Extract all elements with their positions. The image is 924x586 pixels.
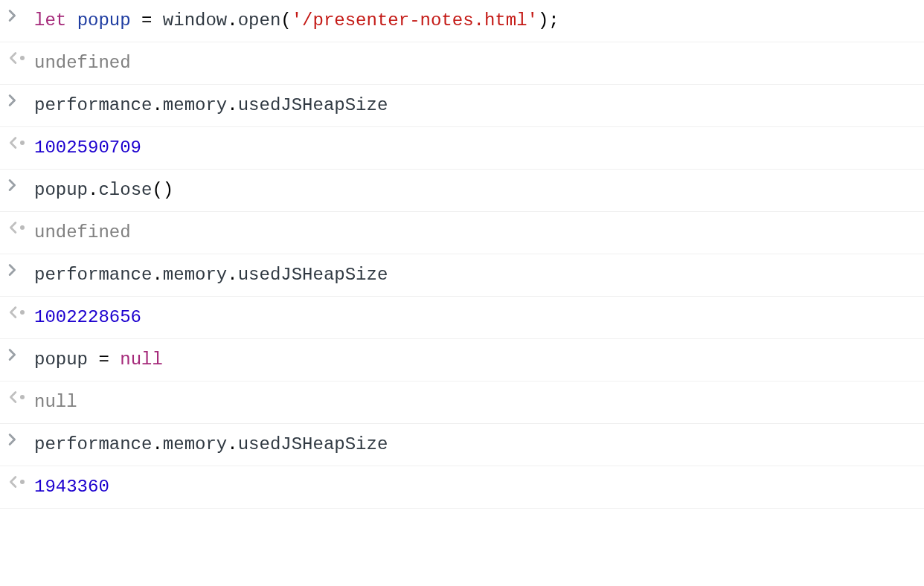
console-gutter [7,304,34,319]
code-token: popup [77,10,131,30]
code-token: memory [163,434,227,454]
console-input-row[interactable]: performance.memory.usedJSHeapSize [0,424,924,466]
console-input-row[interactable]: popup = null [0,339,924,381]
code-token: . [88,180,98,200]
console-gutter [7,431,34,446]
console-input-code[interactable]: performance.memory.usedJSHeapSize [34,92,918,119]
console-output-icon [7,390,25,404]
console-output-value[interactable]: 1943360 [34,474,918,500]
console-output-icon [7,306,25,319]
code-token [109,350,120,370]
console-gutter [7,177,34,192]
code-token: ( [280,10,291,30]
code-token: memory [163,265,227,285]
devtools-console[interactable]: let popup = window.open('/presenter-note… [0,0,924,509]
console-output-row[interactable]: undefined [0,42,924,85]
code-token: usedJSHeapSize [238,434,388,454]
console-input-code[interactable]: popup.close() [34,177,918,204]
code-token: . [227,434,237,454]
console-input-row[interactable]: popup.close() [0,170,924,212]
code-token: undefined [34,53,131,73]
code-token: . [152,95,162,115]
console-input-code[interactable]: performance.memory.usedJSHeapSize [34,262,918,289]
code-token: ); [538,10,559,30]
code-token: let [34,10,66,30]
console-gutter [7,474,34,489]
console-input-code[interactable]: performance.memory.usedJSHeapSize [34,431,918,458]
code-token: performance [34,434,152,454]
console-gutter [7,389,34,404]
code-token: null [120,350,163,370]
code-token: . [227,10,237,30]
code-token: usedJSHeapSize [238,265,388,285]
console-output-icon [7,221,25,234]
console-input-code[interactable]: let popup = window.open('/presenter-note… [34,7,918,34]
console-gutter [7,262,34,277]
console-gutter [7,92,34,107]
code-token [88,350,98,370]
console-input-icon [7,348,18,361]
code-token: 1002228656 [34,307,141,327]
console-input-icon [7,9,18,22]
console-output-row[interactable]: 1002590709 [0,127,924,170]
code-token: null [34,392,77,412]
code-token: performance [34,265,152,285]
console-output-row[interactable]: 1002228656 [0,297,924,339]
console-output-icon [7,51,25,65]
console-gutter [7,219,34,234]
console-input-icon [7,178,18,192]
code-token: memory [163,95,227,115]
console-gutter [7,7,34,22]
console-input-icon [7,94,18,107]
console-output-value[interactable]: 1002590709 [34,135,918,161]
code-token: 1943360 [34,477,109,497]
console-input-icon [7,433,18,446]
console-output-icon [7,475,25,489]
console-output-value[interactable]: null [34,389,918,416]
code-token: close [98,180,152,200]
code-token: 1002590709 [34,138,141,158]
console-gutter [7,50,34,65]
code-token: . [227,95,237,115]
console-output-row[interactable]: null [0,381,924,424]
code-token [131,10,141,30]
code-token: window [163,10,227,30]
code-token: = [98,350,109,370]
code-token: () [152,180,173,200]
code-token: open [238,10,281,30]
code-token [152,10,162,30]
console-input-row[interactable]: let popup = window.open('/presenter-note… [0,0,924,42]
code-token: undefined [34,222,131,242]
code-token: . [227,265,237,285]
console-output-value[interactable]: undefined [34,50,918,77]
code-token: usedJSHeapSize [238,95,388,115]
code-token: popup [34,350,88,370]
code-token: performance [34,95,152,115]
console-gutter [7,347,34,361]
console-output-row[interactable]: 1943360 [0,466,924,509]
code-token: . [152,265,162,285]
code-token: = [141,10,152,30]
console-input-row[interactable]: performance.memory.usedJSHeapSize [0,254,924,297]
console-output-icon [7,136,25,149]
code-token: '/presenter-notes.html' [292,10,538,30]
console-input-icon [7,263,18,277]
console-gutter [7,135,34,149]
console-output-value[interactable]: undefined [34,219,918,246]
code-token [66,10,77,30]
code-token: popup [34,180,88,200]
console-input-row[interactable]: performance.memory.usedJSHeapSize [0,85,924,127]
console-output-value[interactable]: 1002228656 [34,304,918,331]
console-input-code[interactable]: popup = null [34,347,918,373]
console-output-row[interactable]: undefined [0,212,924,254]
code-token: . [152,434,162,454]
